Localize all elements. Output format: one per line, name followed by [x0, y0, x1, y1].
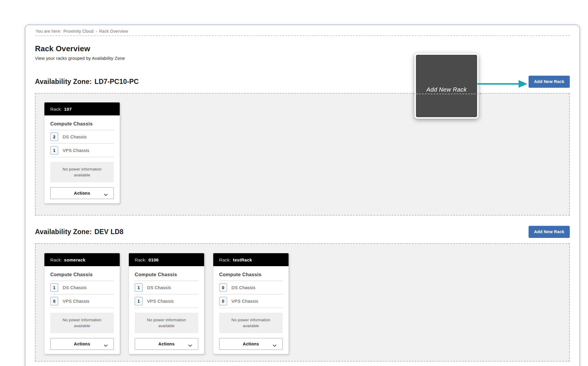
page-title: Rack Overview	[35, 44, 570, 54]
ds-chassis-label: DS Chassis	[231, 285, 255, 290]
rack-card-header: Rack: 107	[44, 102, 120, 115]
tour-tooltip-text: Add New Rack	[426, 86, 467, 93]
rack-label: Rack:	[135, 257, 146, 262]
breadcrumb-link-proximity-cloud[interactable]: Proximity Cloud	[63, 29, 94, 34]
chevron-down-icon	[104, 192, 108, 197]
power-info-note: No power information available	[50, 162, 114, 182]
vps-chassis-row: 1 VPS Chassis	[50, 144, 114, 157]
ds-chassis-count-badge: 1	[50, 283, 58, 292]
actions-button[interactable]: Actions	[135, 338, 198, 350]
compute-chassis-title: Compute Chassis	[50, 272, 114, 277]
divider	[50, 308, 114, 308]
rack-name: 107	[64, 107, 72, 112]
vps-chassis-label: VPS Chassis	[63, 148, 89, 153]
vps-chassis-count-badge: 1	[135, 297, 143, 305]
vps-chassis-row: 1 VPS Chassis	[135, 294, 198, 308]
breadcrumb-separator-icon: ›	[96, 29, 97, 34]
zone-rack-area-devld8: Rack: somerack Compute Chassis 1 DS Chas…	[35, 243, 570, 362]
ds-chassis-count-badge: 1	[135, 283, 143, 292]
zone-name: LD7-PC10-PC	[94, 78, 139, 85]
rack-label: Rack:	[219, 257, 231, 262]
vps-chassis-label: VPS Chassis	[231, 299, 258, 304]
power-info-note: No power information available	[50, 313, 114, 333]
rack-name: testRack	[233, 257, 252, 262]
actions-button[interactable]: Actions	[219, 338, 283, 350]
rack-name: 0106	[149, 257, 159, 262]
tour-arrow-icon	[477, 80, 529, 90]
rack-card-header: Rack: somerack	[44, 253, 120, 266]
vps-chassis-row: 0 VPS Chassis	[219, 294, 283, 308]
actions-button[interactable]: Actions	[50, 187, 114, 199]
rack-card-header: Rack: 0106	[129, 253, 204, 266]
rack-label: Rack:	[50, 257, 62, 262]
divider	[219, 308, 283, 308]
rack-card-testrack: Rack: testRack Compute Chassis 0 DS Chas…	[213, 253, 289, 354]
rack-card-107: Rack: 107 Compute Chassis 2 DS Chassis 1…	[44, 102, 120, 203]
breadcrumb-current: Rack Overview	[99, 29, 128, 34]
ds-chassis-row: 1 DS Chassis	[135, 281, 198, 294]
ds-chassis-row: 1 DS Chassis	[50, 281, 114, 294]
divider	[135, 308, 198, 308]
vps-chassis-label: VPS Chassis	[63, 299, 89, 304]
power-info-note: No power information available	[135, 313, 198, 333]
ds-chassis-count-badge: 0	[219, 283, 227, 292]
actions-button[interactable]: Actions	[50, 338, 114, 350]
chevron-down-icon	[273, 343, 276, 348]
tour-tooltip-add-new-rack: Add New Rack	[414, 53, 479, 119]
vps-chassis-count-badge: 1	[50, 146, 58, 155]
divider	[50, 157, 114, 157]
breadcrumb: You are here: Proximity Cloud › Rack Ove…	[35, 25, 570, 36]
vps-chassis-count-badge: 0	[219, 297, 227, 305]
breadcrumb-prefix: You are here:	[36, 29, 61, 34]
power-info-note: No power information available	[219, 313, 283, 333]
rack-card-somerack: Rack: somerack Compute Chassis 1 DS Chas…	[44, 253, 120, 354]
compute-chassis-title: Compute Chassis	[50, 121, 114, 127]
add-new-rack-button[interactable]: Add New Rack	[529, 226, 570, 238]
add-new-rack-button[interactable]: Add New Rack	[529, 76, 570, 88]
zone-rack-area-ld7: Rack: 107 Compute Chassis 2 DS Chassis 1…	[35, 93, 570, 216]
rack-label: Rack:	[50, 107, 62, 112]
rack-overview-panel: You are here: Proximity Cloud › Rack Ove…	[24, 24, 580, 366]
ds-chassis-label: DS Chassis	[63, 134, 86, 139]
ds-chassis-row: 2 DS Chassis	[50, 130, 114, 143]
page-subtitle: View your racks grouped by Availability …	[35, 55, 570, 61]
zone-title: Availability Zone:LD7-PC10-PC	[35, 78, 139, 86]
zone-name: DEV LD8	[94, 228, 124, 236]
rack-card-header: Rack: testRack	[213, 253, 289, 266]
chevron-down-icon	[188, 343, 192, 348]
zone-header-devld8: Availability Zone:DEV LD8 Add New Rack	[35, 226, 570, 238]
zone-title: Availability Zone:DEV LD8	[35, 228, 124, 236]
vps-chassis-count-badge: 0	[50, 297, 58, 305]
compute-chassis-title: Compute Chassis	[219, 272, 283, 277]
vps-chassis-row: 0 VPS Chassis	[50, 294, 114, 308]
zone-title-label: Availability Zone:	[35, 228, 92, 236]
compute-chassis-title: Compute Chassis	[135, 272, 198, 277]
ds-chassis-label: DS Chassis	[147, 285, 171, 290]
ds-chassis-count-badge: 2	[50, 133, 58, 141]
rack-card-0106: Rack: 0106 Compute Chassis 1 DS Chassis …	[129, 253, 204, 354]
ds-chassis-label: DS Chassis	[63, 285, 86, 290]
rack-name: somerack	[64, 257, 85, 262]
chevron-down-icon	[104, 343, 108, 348]
zone-title-label: Availability Zone:	[35, 78, 92, 85]
vps-chassis-label: VPS Chassis	[147, 299, 174, 304]
ds-chassis-row: 0 DS Chassis	[219, 281, 283, 294]
